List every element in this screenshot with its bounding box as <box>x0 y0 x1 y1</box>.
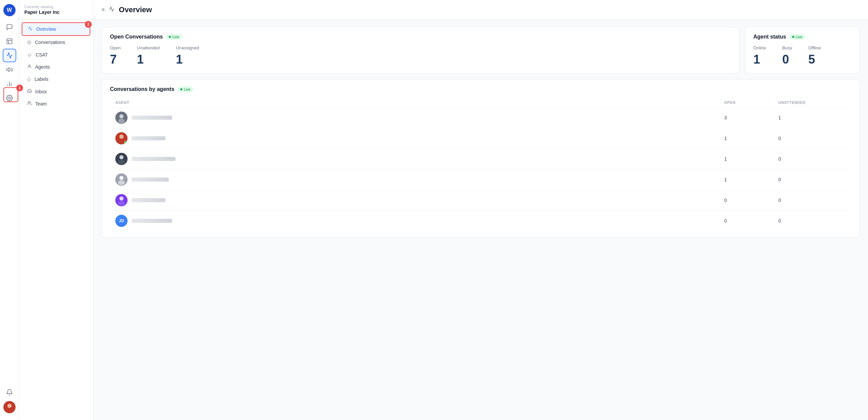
svg-point-18 <box>119 135 123 139</box>
icon-navigation: W <box>0 0 19 420</box>
sidebar-item-inbox[interactable]: Inbox <box>22 86 90 97</box>
svg-point-14 <box>118 119 125 123</box>
nav-campaigns-icon[interactable] <box>3 63 16 76</box>
agent-status-card: Agent status Live Online 1 Busy 0 <box>745 27 860 74</box>
nav-notifications-icon[interactable] <box>3 386 16 399</box>
stat-offline: Offline 5 <box>808 45 821 67</box>
stat-unassigned-value: 1 <box>176 52 199 67</box>
app-logo[interactable]: W <box>3 4 16 16</box>
svg-rect-0 <box>7 39 12 44</box>
stat-unassigned: Unassigned 1 <box>176 45 199 67</box>
svg-point-21 <box>118 160 125 164</box>
sidebar-item-label: Team <box>35 101 47 107</box>
stat-busy-label: Busy <box>782 45 792 50</box>
sidebar-item-label: Inbox <box>35 89 47 94</box>
agent-avatar-initials: JD <box>115 215 128 227</box>
stat-open: Open 7 <box>110 45 121 67</box>
svg-point-5 <box>8 97 10 99</box>
agent-cell <box>115 173 724 186</box>
agent-open-count: 1 <box>724 136 778 141</box>
stat-online-label: Online <box>753 45 766 50</box>
sidebar-item-label: Conversations <box>35 40 65 45</box>
stat-online: Online 1 <box>753 45 766 67</box>
conversations-by-agents-card: Conversations by agents Live AGENT OPEN … <box>101 79 860 238</box>
stat-unattended-value: 1 <box>137 52 160 67</box>
open-conversations-card: Open Conversations Live Open 7 Unattende… <box>101 27 739 74</box>
agent-name-blurred <box>132 178 169 182</box>
sidebar-navigation: Overview 2 ⊙ Conversations ☺ CSAT Agents… <box>19 19 93 113</box>
org-name: Paper Layer Inc <box>24 9 88 15</box>
svg-marker-1 <box>6 68 9 72</box>
agent-unattended-count: 0 <box>778 136 846 141</box>
agent-unattended-count: 0 <box>778 218 846 224</box>
live-dot-3 <box>180 88 182 90</box>
svg-point-27 <box>118 201 125 206</box>
user-avatar[interactable] <box>3 401 16 413</box>
live-dot-2 <box>792 36 794 38</box>
agent-unattended-count: 0 <box>778 197 846 203</box>
sidebar: Currently viewing: Paper Layer Inc Overv… <box>19 0 93 420</box>
agent-name-blurred <box>132 219 172 223</box>
top-stats-row: Open Conversations Live Open 7 Unattende… <box>101 27 860 74</box>
stat-offline-value: 5 <box>808 52 821 67</box>
table-row: 3 1 <box>110 108 851 128</box>
nav-settings-icon[interactable] <box>3 91 16 105</box>
sidebar-item-label: Overview <box>36 26 56 32</box>
nav-conversations-icon[interactable] <box>3 20 16 34</box>
agent-cell: JD <box>115 215 724 227</box>
agent-name-blurred <box>132 198 165 202</box>
conversations-by-agents-live-badge: Live <box>178 87 193 92</box>
nav-bar-chart-icon[interactable] <box>3 77 16 91</box>
table-row: JD 0 0 <box>110 211 851 231</box>
svg-point-20 <box>119 155 123 159</box>
stat-unattended: Unattended 1 <box>137 45 160 67</box>
menu-icon[interactable]: ≡ <box>101 7 105 13</box>
main-header: ≡ Overview <box>93 0 868 20</box>
agent-status-header: Agent status Live <box>753 34 851 40</box>
nav-contacts-icon[interactable] <box>3 34 16 48</box>
page-chart-icon <box>109 6 115 14</box>
stat-online-value: 1 <box>753 52 766 67</box>
sidebar-item-label: Labels <box>35 76 48 82</box>
open-conversations-live-badge: Live <box>166 34 182 40</box>
table-row: 1 0 <box>110 169 851 190</box>
svg-point-11 <box>28 101 30 103</box>
svg-point-17 <box>118 139 125 144</box>
col-unattended: UNATTENDED <box>778 100 846 104</box>
svg-point-8 <box>6 408 13 413</box>
sidebar-item-agents[interactable]: Agents <box>22 61 90 73</box>
labels-icon: ◇ <box>27 76 31 82</box>
stat-unassigned-label: Unassigned <box>176 45 199 50</box>
table-header: AGENT OPEN UNATTENDED <box>110 98 851 108</box>
csat-icon: ☺ <box>27 52 32 57</box>
agent-open-count: 1 <box>724 177 778 182</box>
sidebar-item-csat[interactable]: ☺ CSAT <box>22 49 90 61</box>
table-row: 1 0 <box>110 149 851 169</box>
agent-open-count: 0 <box>724 218 778 224</box>
agent-open-count: 1 <box>724 156 778 162</box>
svg-point-24 <box>118 180 125 185</box>
agent-status-stats: Online 1 Busy 0 Offline 5 <box>753 45 851 67</box>
agent-status-live-badge: Live <box>790 34 805 40</box>
stat-unattended-label: Unattended <box>137 45 160 50</box>
agent-name-blurred <box>132 136 165 140</box>
agent-avatar <box>115 194 128 206</box>
agent-unattended-count: 0 <box>778 156 846 162</box>
svg-point-9 <box>7 404 12 408</box>
sidebar-item-overview[interactable]: Overview <box>22 22 90 36</box>
agent-unattended-count: 1 <box>778 115 846 120</box>
nav-reports-icon[interactable] <box>3 49 16 62</box>
svg-point-10 <box>29 65 30 66</box>
agent-open-count: 3 <box>724 115 778 120</box>
table-row: 0 0 <box>110 190 851 211</box>
sidebar-item-team[interactable]: Team <box>22 98 90 110</box>
currently-viewing-label: Currently viewing: <box>24 5 88 9</box>
col-agent: AGENT <box>115 100 724 104</box>
stat-busy-value: 0 <box>782 52 792 67</box>
agent-cell <box>115 112 724 124</box>
agent-avatar <box>115 173 128 186</box>
sidebar-item-conversations[interactable]: ⊙ Conversations <box>22 36 90 48</box>
live-dot <box>169 36 171 38</box>
open-conversations-title: Open Conversations <box>110 34 163 40</box>
sidebar-item-labels[interactable]: ◇ Labels <box>22 73 90 85</box>
